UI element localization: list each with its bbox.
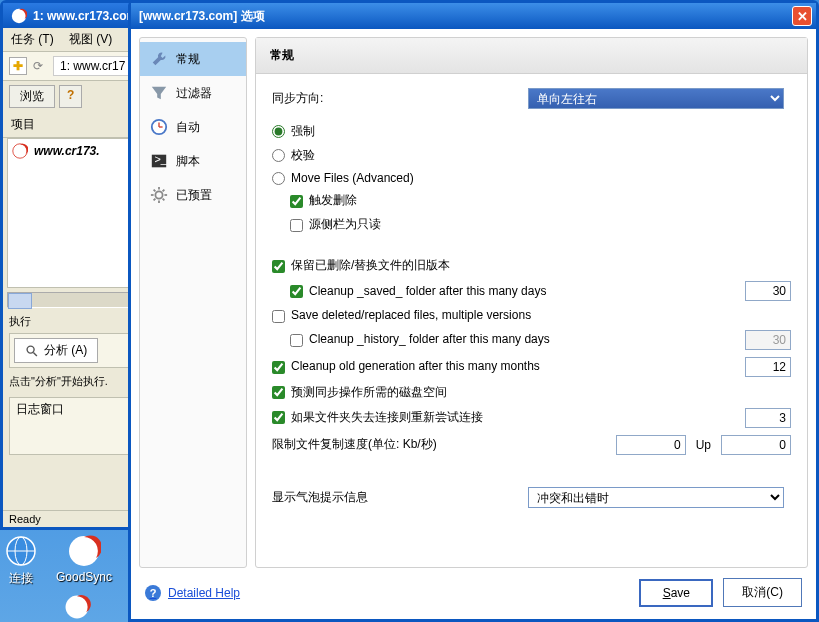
terminal-icon: >_ <box>150 152 168 170</box>
cb-retry-lost[interactable]: 如果文件夹失去连接则重新尝试连接 <box>272 409 483 426</box>
menu-view[interactable]: 视图 (V) <box>69 32 112 46</box>
dialog-footer: ? Detailed Help Save 取消(C) <box>139 568 808 611</box>
svg-text:>_: >_ <box>155 153 168 165</box>
wrench-icon <box>150 50 168 68</box>
cb-trigger-delete[interactable]: 触发删除 <box>290 192 357 209</box>
cb-cleanup-history[interactable]: Cleanup _history_ folder after this many… <box>290 332 550 346</box>
gear-icon <box>150 186 168 204</box>
balloon-label: 显示气泡提示信息 <box>272 489 528 506</box>
sidebar-item-label: 脚本 <box>176 153 200 170</box>
svg-line-20 <box>163 199 165 201</box>
val-cleanup-gen[interactable] <box>745 357 791 377</box>
radio-verify[interactable]: 校验 <box>272 147 315 164</box>
svg-line-19 <box>154 190 156 192</box>
sidebar-item-general[interactable]: 常规 <box>140 42 246 76</box>
val-cleanup-history <box>745 330 791 350</box>
sidebar-item-preset[interactable]: 已预置 <box>140 178 246 212</box>
sidebar-item-label: 过滤器 <box>176 85 212 102</box>
sidebar: 常规 过滤器 自动 >_ 脚本 已预置 <box>139 37 247 568</box>
sidebar-item-script[interactable]: >_ 脚本 <box>140 144 246 178</box>
reload-icon[interactable]: ⟳ <box>33 59 43 73</box>
cancel-button[interactable]: 取消(C) <box>723 578 802 607</box>
cb-keep-old[interactable]: 保留已删除/替换文件的旧版本 <box>272 257 450 274</box>
cb-cleanup-saved[interactable]: Cleanup _saved_ folder after this many d… <box>290 284 546 298</box>
val-retry[interactable] <box>745 408 791 428</box>
sidebar-item-auto[interactable]: 自动 <box>140 110 246 144</box>
cb-cleanup-gen[interactable]: Cleanup old generation after this many m… <box>272 359 540 373</box>
direction-label: 同步方向: <box>272 90 528 107</box>
help-link[interactable]: ? Detailed Help <box>145 585 240 601</box>
balloon-select[interactable]: 冲突和出错时 <box>528 487 784 508</box>
desktop-icons: 连接 GoodSync <box>4 534 112 587</box>
svg-line-3 <box>33 352 37 356</box>
globe-icon <box>4 534 38 568</box>
desktop-icon-connect[interactable]: 连接 <box>4 534 38 587</box>
radio-move[interactable]: Move Files (Advanced) <box>272 171 414 185</box>
help-icon: ? <box>145 585 161 601</box>
desktop-icon-goodsync[interactable]: GoodSync <box>56 534 112 587</box>
menu-tasks[interactable]: 任务 (T) <box>11 32 54 46</box>
limit-label: 限制文件复制速度(单位: Kb/秒) <box>272 436 437 453</box>
sidebar-item-label: 已预置 <box>176 187 212 204</box>
funnel-icon <box>150 84 168 102</box>
options-dialog: [www.cr173.com] 选项 ✕ 常规 过滤器 自动 >_ <box>128 0 819 622</box>
sidebar-item-label: 自动 <box>176 119 200 136</box>
val-limit-up[interactable] <box>721 435 791 455</box>
clock-icon <box>150 118 168 136</box>
tab[interactable]: 1: www.cr17 <box>53 56 132 76</box>
help-button[interactable]: ? <box>59 85 82 108</box>
svg-line-22 <box>163 190 165 192</box>
search-icon <box>25 344 39 358</box>
analyze-button[interactable]: 分析 (A) <box>14 338 98 363</box>
radio-force[interactable]: 强制 <box>272 123 315 140</box>
main-window-title: 1: www.cr173.com <box>33 9 137 23</box>
dialog-title: [www.cr173.com] 选项 <box>139 8 792 25</box>
up-label: Up <box>696 438 711 452</box>
val-cleanup-saved[interactable] <box>745 281 791 301</box>
goodsync-icon <box>67 534 101 568</box>
panel-header: 常规 <box>256 38 807 74</box>
goodsync-icon[interactable] <box>62 594 92 620</box>
svg-point-2 <box>27 346 34 353</box>
add-button[interactable]: ✚ <box>9 57 27 75</box>
app-icon <box>11 8 27 24</box>
app-icon <box>12 143 28 159</box>
cb-save-multi[interactable]: Save deleted/replaced files, multiple ve… <box>272 308 531 322</box>
content-panel: 常规 同步方向: 单向左往右 强制 校验 Move Files (Advance… <box>255 37 808 568</box>
dialog-titlebar[interactable]: [www.cr173.com] 选项 ✕ <box>131 3 816 29</box>
save-button[interactable]: Save <box>639 579 713 607</box>
cb-predict-disk[interactable]: 预测同步操作所需的磁盘空间 <box>272 384 447 401</box>
svg-point-14 <box>155 191 162 198</box>
val-limit-down[interactable] <box>616 435 686 455</box>
sidebar-item-label: 常规 <box>176 51 200 68</box>
browse-button[interactable]: 浏览 <box>9 85 55 108</box>
cb-src-readonly[interactable]: 源侧栏为只读 <box>290 216 381 233</box>
close-button[interactable]: ✕ <box>792 6 812 26</box>
direction-select[interactable]: 单向左往右 <box>528 88 784 109</box>
svg-line-21 <box>154 199 156 201</box>
sidebar-item-filter[interactable]: 过滤器 <box>140 76 246 110</box>
